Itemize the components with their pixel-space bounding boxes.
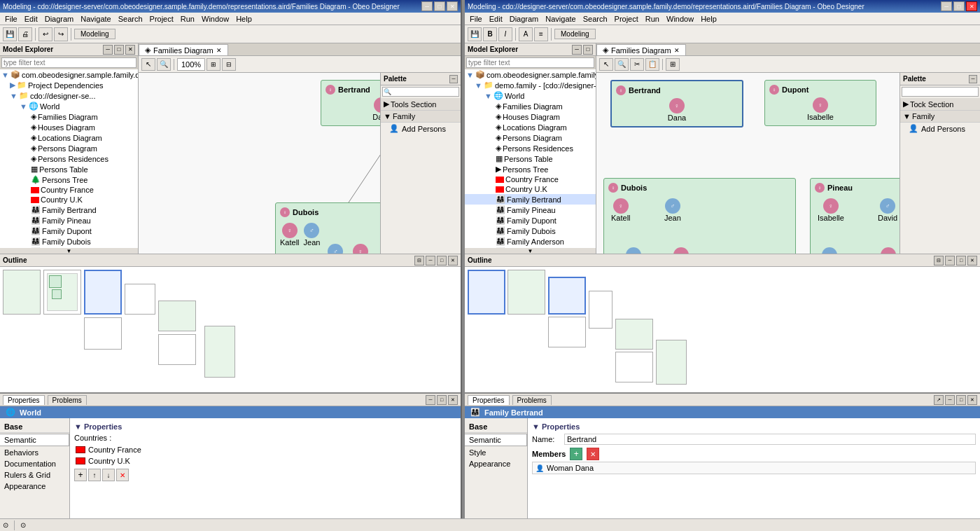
outline-mini-r5[interactable] [589,291,612,329]
tb-save-right[interactable]: 💾 [468,27,482,41]
country-uk-item[interactable]: Country U.K [74,456,456,466]
tree-item-right[interactable]: ▼ 📦 com.obeodesigner.sample.family.c... [465,69,596,80]
tree-item[interactable]: ◈Houses Diagram [0,122,138,132]
explorer-max-btn-left[interactable]: □ [114,45,124,55]
left-close-btn[interactable]: ✕ [447,1,458,11]
tree-item[interactable]: ▶ 📁 Project Dependencies [0,80,138,90]
dt-cut-right[interactable]: ✂ [630,58,644,71]
palette-item-add-persons-left[interactable]: 👤Add Persons [381,123,461,135]
tree-item-right[interactable]: ◈Houses Diagram [465,111,596,122]
menu-project-left[interactable]: Project [146,14,177,24]
menu-window-left[interactable]: Window [198,14,232,24]
tree-item[interactable]: ▼ 📁 cdo://designer-se... [0,90,138,101]
dt-zoom-out[interactable]: 🔍 [157,58,171,71]
tree-item-right[interactable]: 👨‍👩‍👧Family Dupont [465,215,596,226]
dt-copy-right[interactable]: 📋 [645,58,659,71]
tree-item[interactable]: ◈Locations Diagram [0,132,138,143]
left-problems-tab[interactable]: Problems [48,395,87,405]
explorer-max-btn-right[interactable]: □ [583,45,593,55]
props-tab-semantic-left[interactable]: Semantic [0,434,69,446]
props-tab-documentation-left[interactable]: Documentation [0,458,69,469]
palette-min-right[interactable]: ─ [969,75,977,83]
tree-item-country-france-left[interactable]: Country France [0,185,138,195]
tree-item[interactable]: ◈Families Diagram [0,111,138,122]
outline-btn-right-3[interactable]: □ [956,256,966,266]
countries-down-btn-left[interactable]: ↓ [102,469,115,481]
menu-diagram-left[interactable]: Diagram [41,14,78,24]
left-filter-input[interactable] [1,57,136,68]
right-close-btn[interactable]: ✕ [966,1,977,11]
palette-search-input-left[interactable] [382,87,459,97]
tb-print[interactable]: 🖨 [18,27,32,41]
outline-mini-8[interactable] [204,326,235,378]
palette-section-tools-right[interactable]: ▶Tock Section [900,98,980,111]
menu-file-right[interactable]: File [466,14,486,24]
family-box-bertrand-right[interactable]: ♀ Bertrand ♀ Dana [610,80,743,127]
props-min-right[interactable]: ─ [945,395,955,405]
outline-btn-left-1[interactable]: ⊟ [414,256,424,266]
tree-item[interactable]: 👨‍👩‍👧Family Dupont [0,226,138,236]
family-box-pineau-right[interactable]: ♀ Pineau ♀ Isabelle [810,178,899,254]
palette-section-tools-left[interactable]: ▶Tools Section [381,98,461,111]
tb-italic[interactable]: I [498,27,512,41]
menu-diagram-right[interactable]: Diagram [506,14,542,24]
props-max-left[interactable]: □ [437,395,447,405]
tree-item[interactable]: 👨‍👩‍👧Family Dubois [0,236,138,247]
left-diagram-tab[interactable]: ◈ Families Diagram ✕ [139,44,228,55]
tree-item-right[interactable]: ▼ 📁 demo.family - [cdo://designer-... [465,80,596,90]
dt-select-right[interactable]: ↖ [599,58,613,71]
tree-item-right[interactable]: 👨‍👩‍👧Family Bertrand [465,194,596,205]
tree-item[interactable]: 🌲Persons Tree [0,174,138,185]
family-box-dubois-right[interactable]: ♀ Dubois ♀ Katell [603,178,796,254]
tb-undo[interactable]: ↩ [38,27,52,41]
dt-layers[interactable]: ⊟ [222,58,236,71]
right-name-field[interactable]: Bertrand [564,434,976,445]
props-export-right[interactable]: ↗ [934,395,944,405]
palette-min-left[interactable]: ─ [449,75,458,83]
family-box-dupont-right[interactable]: ♀ Dupont ♀ Isabelle [764,80,876,126]
menu-project-right[interactable]: Project [611,14,642,24]
tb-modeling-left[interactable]: Modeling [74,29,115,39]
menu-run-right[interactable]: Run [642,14,663,24]
menu-help-right[interactable]: Help [697,14,720,24]
left-minimize-btn[interactable]: ─ [421,1,433,11]
right-props-tab-main[interactable]: Properties [468,395,510,405]
dt-zoom-level[interactable]: 100% [177,58,205,71]
menu-run-left[interactable]: Run [177,14,198,24]
props-tab-rulers-left[interactable]: Rulers & Grid [0,469,69,481]
tree-item-right[interactable]: 👨‍👩‍👧Family Pineau [465,205,596,215]
tree-item-family-anderson-right[interactable]: 👨‍👩‍👧Family Anderson [465,236,596,247]
left-maximize-btn[interactable]: □ [434,1,445,11]
outline-btn-left-4[interactable]: ✕ [448,256,458,266]
palette-section-family-right[interactable]: ▼Family [900,111,980,123]
menu-navigate-right[interactable]: Navigate [542,14,579,24]
explorer-close-btn-left[interactable]: ✕ [125,45,135,55]
menu-search-left[interactable]: Search [115,14,146,24]
outline-mini-5[interactable] [125,284,155,315]
tree-item[interactable]: ▦Persons Table [0,164,138,174]
props-tab-appearance-left[interactable]: Appearance [0,481,69,492]
outline-btn-left-2[interactable]: ─ [426,256,435,266]
dt-fit[interactable]: ⊞ [206,58,220,71]
outline-mini-2[interactable] [43,270,81,315]
props-close-right[interactable]: ✕ [967,395,977,405]
tree-item-right[interactable]: 👨‍👩‍👧Family Dubois [465,226,596,236]
family-box-dubois-left[interactable]: ♀ Dubois ♀ Katell [275,202,380,254]
props-min-left[interactable]: ─ [426,395,435,405]
countries-add-btn-left[interactable]: + [74,469,87,481]
outline-mini-r4[interactable] [548,317,586,347]
menu-search-right[interactable]: Search [580,14,611,24]
right-filter-input[interactable] [466,57,594,68]
right-minimize-btn[interactable]: ─ [941,1,952,11]
tree-item[interactable]: 👨‍👩‍👧Family Bertrand [0,205,138,215]
family-box-bertrand-left[interactable]: ♀ Bertrand ♀ Dana [321,80,380,126]
props-tab-appearance-right[interactable]: Appearance [465,458,527,469]
tb-redo[interactable]: ↪ [54,27,68,41]
outline-mini-1[interactable] [3,270,41,315]
tb-align[interactable]: ≡ [534,27,548,41]
tree-item-right[interactable]: ▶Persons Tree [465,164,596,174]
menu-edit-left[interactable]: Edit [21,14,41,24]
member-item-dana[interactable]: 👤 Woman Dana [532,462,976,474]
props-tab-semantic-right[interactable]: Semantic [465,434,527,446]
tree-item-right[interactable]: ◈Families Diagram [465,101,596,111]
